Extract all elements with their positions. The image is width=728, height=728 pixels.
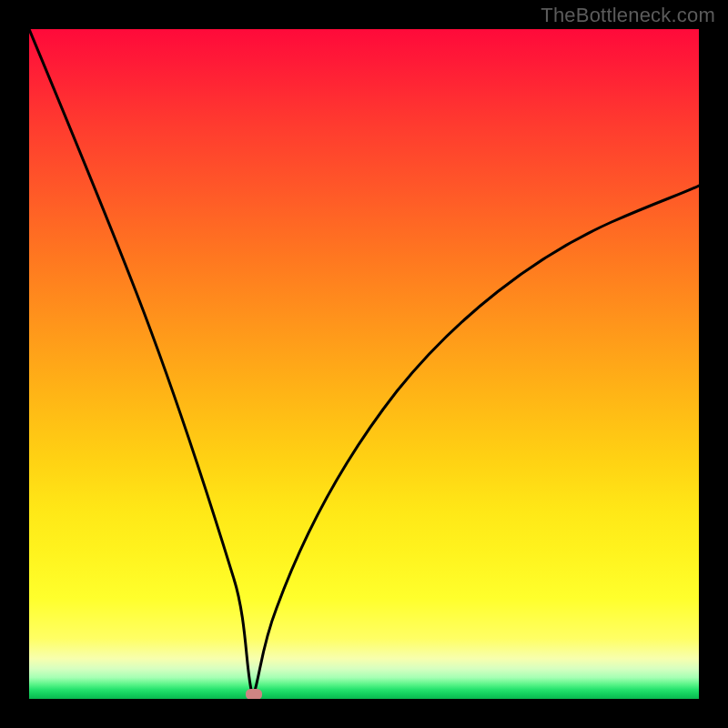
watermark-text: TheBottleneck.com <box>541 4 715 27</box>
chart-frame: TheBottleneck.com <box>0 0 728 728</box>
bottleneck-curve <box>29 29 699 699</box>
plot-area <box>29 29 699 699</box>
optimal-point-marker <box>246 689 262 699</box>
curve-path <box>29 29 699 697</box>
